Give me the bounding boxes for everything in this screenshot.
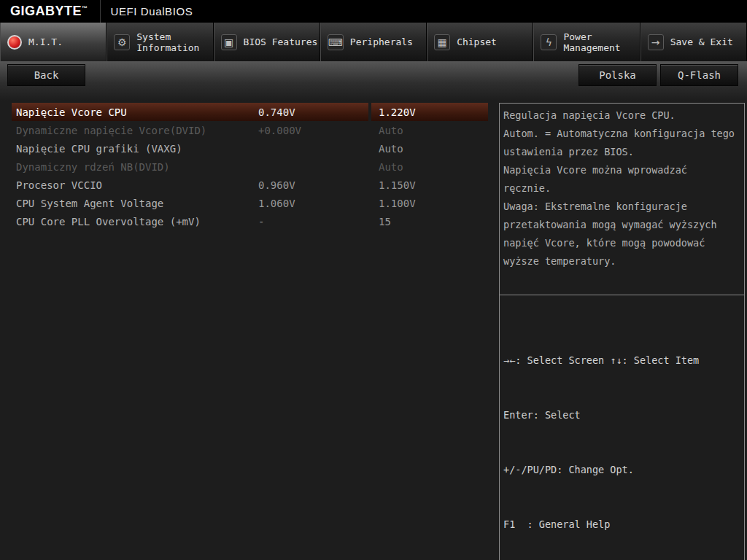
key-legend-line: +/-/PU/PD: Change Opt.	[503, 461, 741, 479]
setting-value[interactable]: 15	[371, 212, 488, 230]
tab-label: Power Management	[563, 31, 639, 53]
settings-list: Napięcie Vcore CPU 0.740V 1.220V Dynamic…	[12, 103, 497, 560]
tab-power-management[interactable]: Power Management	[533, 23, 640, 61]
setting-name: Napięcie CPU grafiki (VAXG)	[12, 143, 258, 155]
trademark-symbol: ™	[82, 5, 88, 12]
tab-peripherals[interactable]: Peripherals	[320, 23, 427, 61]
tab-label: System Information	[136, 31, 212, 53]
tab-label: BIOS Features	[244, 36, 318, 47]
setting-name: Napięcie Vcore CPU	[12, 106, 258, 118]
main-content: Napięcie Vcore CPU 0.740V 1.220V Dynamic…	[0, 101, 747, 560]
chipset-icon	[434, 34, 450, 50]
setting-row-dvid[interactable]: Dynamiczne napięcie Vcore(DVID) +0.000V …	[12, 121, 497, 139]
setting-row-vccio[interactable]: Procesor VCCIO 0.960V 1.150V	[12, 176, 497, 194]
setting-name: Dynamiczny rdzeń NB(DVID)	[12, 161, 258, 173]
tab-bar: M.I.T. System Information BIOS Features …	[0, 23, 747, 61]
gigabyte-logo: GIGABYTE™	[10, 4, 88, 19]
help-line: ręcznie.	[503, 179, 741, 198]
setting-current-value: 0.960V	[258, 179, 368, 191]
setting-value[interactable]: Auto	[371, 139, 488, 158]
tab-label: Save & Exit	[670, 36, 733, 47]
tab-system-information[interactable]: System Information	[107, 23, 213, 61]
page-title: UEFI DualBIOS	[111, 5, 193, 18]
setting-row-vcore[interactable]: Napięcie Vcore CPU 0.740V 1.220V	[12, 103, 497, 121]
tab-save-exit[interactable]: Save & Exit	[640, 23, 747, 61]
gear-icon	[114, 34, 130, 50]
setting-current-value: +0.000V	[258, 125, 368, 136]
setting-row-main: Dynamiczne napięcie Vcore(DVID) +0.000V	[12, 121, 368, 139]
toolbar: Back Polska Q-Flash	[0, 61, 747, 101]
tab-chipset[interactable]: Chipset	[427, 23, 533, 61]
setting-value: Auto	[371, 121, 488, 139]
tab-label: Peripherals	[350, 36, 413, 47]
brand-text: GIGABYTE	[10, 4, 82, 18]
save-exit-icon	[648, 34, 664, 50]
help-line: ustawienia przez BIOS.	[503, 143, 741, 161]
help-line: napięć Vcore, które mogą powodować	[503, 234, 741, 252]
help-line: Uwaga: Ekstremalne konfiguracje	[503, 198, 741, 216]
power-icon	[541, 34, 557, 50]
setting-name: CPU Core PLL Overvoltage (+mV)	[12, 216, 258, 228]
help-line: Regulacja napięcia Vcore CPU.	[503, 106, 741, 125]
tab-label: M.I.T.	[28, 36, 63, 47]
bios-screen: GIGABYTE™ UEFI DualBIOS M.I.T. System In…	[0, 0, 747, 560]
setting-value[interactable]: 1.100V	[371, 194, 488, 212]
setting-row-vaxg[interactable]: Napięcie CPU grafiki (VAXG) Auto	[12, 139, 497, 158]
tab-label: Chipset	[457, 36, 497, 47]
setting-name: Procesor VCCIO	[12, 179, 258, 191]
help-line: przetaktowania mogą wymagać wyższych	[503, 216, 741, 234]
key-legend-line: F1 : General Help	[503, 516, 741, 534]
key-legend: →←: Select Screen ↑↓: Select Item Enter:…	[500, 295, 744, 560]
setting-row-main: Napięcie Vcore CPU 0.740V	[12, 103, 368, 121]
setting-row-main: Dynamiczny rdzeń NB(DVID)	[12, 158, 368, 176]
bios-chip-icon	[221, 34, 237, 50]
setting-value[interactable]: 1.220V	[371, 103, 488, 121]
setting-value: Auto	[371, 158, 488, 176]
setting-value[interactable]: 1.150V	[371, 176, 488, 194]
help-line: Napięcia Vcore można wprowadzać	[503, 161, 741, 179]
top-bar: GIGABYTE™ UEFI DualBIOS	[0, 0, 747, 23]
setting-row-nb-dvid[interactable]: Dynamiczny rdzeń NB(DVID) Auto	[12, 158, 497, 176]
help-line: wyższe temperatury.	[503, 252, 741, 271]
setting-name: CPU System Agent Voltage	[12, 198, 258, 209]
tab-mit[interactable]: M.I.T.	[0, 23, 107, 61]
setting-row-main: CPU Core PLL Overvoltage (+mV) -	[12, 212, 368, 230]
tab-bios-features[interactable]: BIOS Features	[214, 23, 320, 61]
help-description: Regulacja napięcia Vcore CPU. Autom. = A…	[500, 104, 744, 295]
setting-current-value: 0.740V	[258, 106, 368, 118]
qflash-button[interactable]: Q-Flash	[660, 64, 738, 86]
setting-name: Dynamiczne napięcie Vcore(DVID)	[12, 125, 258, 136]
back-button[interactable]: Back	[7, 64, 85, 86]
key-legend-line: Enter: Select	[503, 406, 741, 424]
help-panel: Regulacja napięcia Vcore CPU. Autom. = A…	[499, 103, 745, 560]
setting-row-pll-overvoltage[interactable]: CPU Core PLL Overvoltage (+mV) - 15	[12, 212, 497, 230]
peripherals-icon	[328, 34, 344, 50]
language-button[interactable]: Polska	[578, 64, 657, 86]
setting-row-main: CPU System Agent Voltage 1.060V	[12, 194, 368, 212]
setting-current-value: 1.060V	[258, 198, 368, 209]
setting-row-system-agent[interactable]: CPU System Agent Voltage 1.060V 1.100V	[12, 194, 497, 212]
topbar-divider	[100, 0, 101, 23]
help-line: Autom. = Automatyczna konfiguracja tego	[503, 125, 741, 143]
setting-row-main: Napięcie CPU grafiki (VAXG)	[12, 139, 368, 158]
setting-current-value: -	[258, 216, 368, 228]
key-legend-line: →←: Select Screen ↑↓: Select Item	[503, 351, 741, 370]
setting-row-main: Procesor VCCIO 0.960V	[12, 176, 368, 194]
mit-red-dot-icon	[7, 35, 22, 50]
